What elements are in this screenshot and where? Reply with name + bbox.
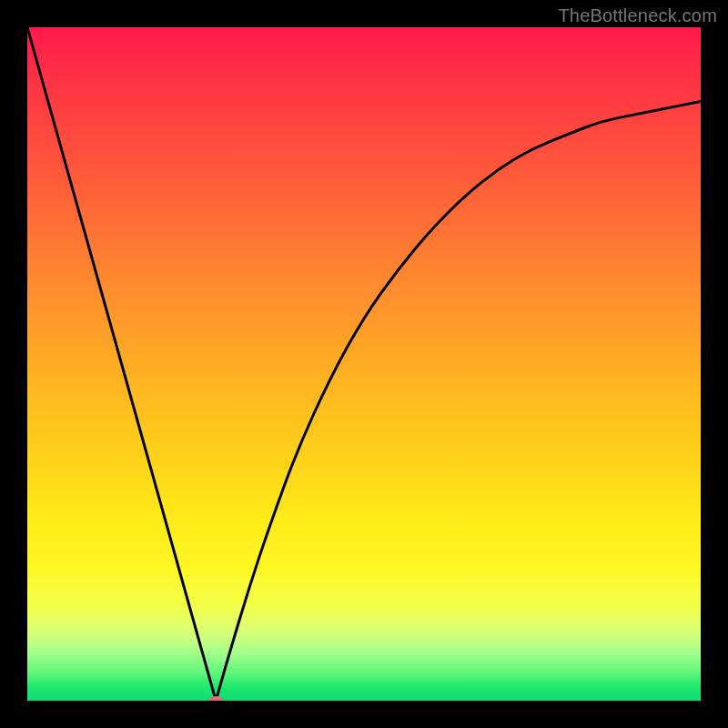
chart-frame: TheBottleneck.com [0,0,728,728]
plot-area [27,27,701,701]
notch-marker [208,696,223,701]
bottleneck-curve [27,27,701,701]
curve-svg [27,27,701,701]
watermark-text: TheBottleneck.com [558,5,717,26]
